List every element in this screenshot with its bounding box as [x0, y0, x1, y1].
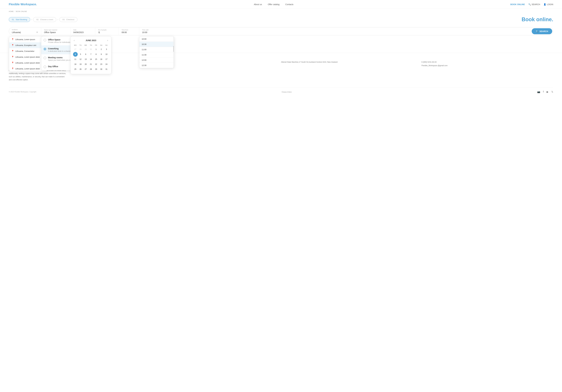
cal-day[interactable]: 12	[78, 57, 83, 62]
time-item-1230[interactable]: 12:30	[139, 63, 174, 68]
time-item-1100[interactable]: 11:00	[139, 47, 174, 52]
date-field[interactable]: Date 04/06/2023 ‹ JUNE 2023 › MO TU WE T…	[70, 27, 95, 35]
cal-header-we: WE	[83, 44, 88, 47]
step-3-num: 03.	[62, 18, 65, 21]
breadcrumb-current: BOOK ONLINE	[16, 11, 27, 12]
cal-day[interactable]: 23	[99, 62, 104, 67]
time-until-field[interactable]: Time until 10:00 10:00 10:30 11:00 11:30…	[139, 27, 531, 35]
cal-day[interactable]: 16	[99, 57, 104, 62]
location-label: locations	[12, 29, 38, 30]
date-value: 04/06/2023	[73, 31, 92, 34]
steps-container: 01. Start Booking › 02. Choose a room › …	[0, 14, 562, 25]
cal-day[interactable]: 28	[89, 67, 93, 71]
cal-day[interactable]: 7	[89, 52, 93, 57]
cal-day[interactable]: 22	[94, 62, 98, 67]
cal-day[interactable]: 5	[78, 52, 83, 57]
location-field[interactable]: locations Lithuania| ✕ 📍 Lithuania, Lore…	[9, 27, 41, 35]
breadcrumb-home[interactable]: HOME	[9, 11, 14, 12]
cal-day[interactable]: 27	[73, 47, 78, 52]
step-1-label: Start Booking	[16, 18, 27, 21]
cal-day[interactable]: 24	[104, 62, 109, 67]
youtube-icon[interactable]: ▶	[547, 90, 548, 93]
cal-day[interactable]: 14	[89, 57, 93, 62]
footer-email: Flexible_Workspace.@gmail.com	[422, 64, 553, 67]
nav-contacts[interactable]: Contacts	[285, 3, 293, 6]
footer-socials: 📷 f ▶ 𝕏	[537, 90, 553, 93]
cal-day[interactable]: 6	[83, 52, 88, 57]
search-icon: 🔍	[528, 3, 531, 6]
cal-day[interactable]: 13	[83, 57, 88, 62]
cal-day[interactable]: 31	[104, 67, 109, 71]
clear-location-icon[interactable]: ✕	[36, 31, 38, 34]
page-title: Book online.	[522, 16, 553, 23]
instagram-icon[interactable]: 📷	[537, 90, 540, 93]
facebook-icon[interactable]: f	[543, 90, 544, 93]
time-from-field[interactable]: Time from 09:00	[119, 27, 139, 35]
time-until-value: 10:00	[142, 31, 528, 34]
cal-header-tu: TU	[78, 44, 83, 47]
cal-day[interactable]: 25	[73, 67, 78, 71]
nav-login-btn[interactable]: 👤 LOGIN	[544, 3, 553, 6]
footer-contact-details: 8 (800) 5231-94-03 Flexible_Workspace.@g…	[422, 60, 553, 82]
step-2-num: 02.	[36, 18, 39, 21]
cal-header-th: TH	[88, 44, 93, 47]
step-2-label: Choose a room	[40, 18, 53, 21]
cal-day[interactable]: 17	[104, 57, 109, 62]
space-radio-meeting	[44, 57, 46, 59]
cal-day[interactable]: 30	[99, 67, 104, 71]
navbar: Flexible Workspace. About us Offer catal…	[0, 0, 562, 9]
space-type-field[interactable]: Space type required Office Space Office …	[41, 27, 70, 35]
steps: 01. Start Booking › 02. Choose a room › …	[9, 17, 77, 22]
pin-icon-4: 📍	[12, 56, 14, 58]
cal-day[interactable]: 1	[94, 47, 98, 52]
nav-search-btn[interactable]: 🔍 SEARCH	[528, 3, 540, 6]
cal-day[interactable]: 10	[104, 52, 109, 57]
nav-offer[interactable]: Offer catalog	[268, 3, 280, 6]
location-value: Lithuania| ✕	[12, 31, 38, 34]
cal-day[interactable]: 29	[94, 67, 98, 71]
time-from-label: Time from	[122, 29, 136, 31]
cal-day[interactable]: 8	[94, 52, 98, 57]
time-item-1030[interactable]: 10:30	[139, 42, 174, 47]
time-scrollbar-track	[173, 36, 174, 68]
cal-day[interactable]: 28	[78, 47, 83, 52]
step-3[interactable]: 03. Checkout	[59, 17, 77, 22]
footer-privacy[interactable]: Privacy Policy	[282, 91, 292, 93]
step-1[interactable]: 01. Start Booking	[9, 17, 30, 22]
step-arrow-2: ›	[56, 18, 59, 21]
cal-day[interactable]: 3	[104, 47, 109, 52]
search-button[interactable]: 🔍 SEARCH	[532, 28, 552, 34]
twitter-icon[interactable]: 𝕏	[551, 90, 553, 93]
footer-address: Altered State Machine,17 South St,Auckla…	[281, 60, 413, 64]
cal-day[interactable]: 11	[73, 57, 78, 62]
cal-day[interactable]: 18	[73, 62, 78, 67]
space-type-value: Office Space	[44, 31, 67, 34]
cal-day[interactable]: 27	[83, 67, 88, 71]
nav-links: About us Offer catalog Contacts	[254, 3, 293, 6]
cal-day[interactable]: 30	[89, 47, 93, 52]
nav-about[interactable]: About us	[254, 3, 262, 6]
cal-day[interactable]: 9	[99, 52, 104, 57]
nav-logo-highlight: Flexible	[9, 3, 20, 6]
cal-day[interactable]: 2	[99, 47, 104, 52]
time-item-1000[interactable]: 10:00	[139, 36, 174, 42]
cal-next-btn[interactable]: ›	[106, 39, 109, 42]
pin-icon-2: 📍	[12, 44, 14, 47]
cal-day[interactable]: 15	[94, 57, 98, 62]
cal-header-mo: MO	[73, 44, 78, 47]
breadcrumb: HOME / BOOK ONLINE	[0, 9, 562, 14]
cal-day-today[interactable]: 4	[73, 52, 78, 57]
time-item-1130[interactable]: 11:30	[139, 52, 174, 58]
space-radio-dayoffice	[44, 66, 46, 68]
cal-day[interactable]: 20	[83, 62, 88, 67]
cal-day[interactable]: 29	[83, 47, 88, 52]
cal-day[interactable]: 26	[78, 67, 83, 71]
calendar-dropdown: ‹ JUNE 2023 › MO TU WE TH FR SA SU 27 28…	[70, 36, 111, 74]
cal-prev-btn[interactable]: ‹	[73, 39, 75, 42]
time-item-1200[interactable]: 12:00	[139, 58, 174, 63]
cal-day[interactable]: 21	[89, 62, 93, 67]
cal-day[interactable]: 19	[78, 62, 83, 67]
nav-book-online[interactable]: BOOK ONLINE	[510, 3, 525, 6]
people-field[interactable]: No of people 3|	[95, 27, 119, 35]
step-2[interactable]: 02. Choose a room	[33, 17, 56, 22]
